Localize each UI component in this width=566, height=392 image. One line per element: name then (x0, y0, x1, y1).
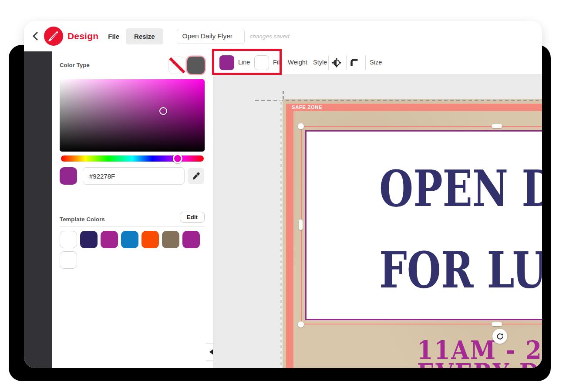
resize-handle-top-left[interactable] (298, 123, 304, 129)
template-swatch-orange[interactable] (142, 231, 159, 248)
resize-handle-bottom-left[interactable] (298, 321, 304, 328)
line-color-swatch[interactable] (219, 55, 234, 70)
rotate-handle[interactable] (492, 329, 507, 344)
template-swatch-white[interactable] (60, 231, 77, 248)
alignment-guide-horizontal (255, 100, 542, 101)
eyedropper-icon (192, 172, 200, 180)
resize-button[interactable]: Resize (126, 28, 163, 44)
template-swatch-purple[interactable] (182, 231, 200, 248)
template-color-row-2 (60, 251, 77, 269)
style-menu[interactable]: Style (313, 59, 327, 66)
line-label: Line (238, 59, 250, 66)
flyer-clipped-bottom-text[interactable]: EVERY D (417, 360, 540, 368)
color-panel: Color Type Template Colors Edit (52, 51, 213, 368)
template-swatch-navy[interactable] (80, 231, 98, 248)
file-menu[interactable]: File (108, 33, 119, 40)
template-swatch-magenta[interactable] (101, 231, 118, 248)
shape-toolbar: Line Fill Weight Style (214, 51, 542, 74)
current-color-swatch (60, 167, 77, 185)
flyer-headline-line2[interactable]: FOR LUN (379, 245, 542, 295)
saturation-value-picker[interactable] (60, 79, 205, 152)
top-bar: Design File Resize changes saved (24, 21, 542, 51)
eyedropper-button[interactable] (188, 168, 204, 184)
corner-style-icon[interactable] (350, 58, 359, 68)
fill-label: Fill (273, 59, 281, 66)
resize-handle-left[interactable] (299, 220, 303, 230)
flyer-headline-line1[interactable]: OPEN DA (379, 163, 542, 213)
size-menu[interactable]: Size (370, 59, 382, 66)
app-window: Design File Resize changes saved Color T… (24, 21, 542, 368)
tools-sidebar (24, 51, 52, 368)
divider (60, 226, 205, 227)
brand-logo-brush-icon[interactable] (44, 27, 63, 46)
template-swatch-blue[interactable] (121, 231, 138, 248)
resize-handle-bottom[interactable] (492, 322, 502, 326)
hue-slider-handle[interactable] (173, 154, 182, 163)
hex-color-input[interactable] (83, 167, 185, 185)
color-type-label: Color Type (60, 62, 90, 68)
safe-zone-label: SAFE ZONE (292, 105, 322, 110)
weight-menu[interactable]: Weight (288, 59, 307, 66)
toolbar-divider (346, 55, 347, 70)
collapse-arrow-icon (209, 349, 213, 355)
resize-handle-top[interactable] (492, 124, 502, 128)
document-title-input[interactable] (177, 29, 245, 44)
template-colors-label: Template Colors (60, 216, 105, 223)
template-color-row-1 (60, 231, 200, 248)
back-chevron-icon[interactable] (32, 32, 39, 41)
canvas-area[interactable]: Line Fill Weight Style (213, 51, 542, 368)
fill-color-swatch[interactable] (254, 55, 269, 70)
solid-color-button[interactable] (187, 57, 205, 74)
edit-template-colors-button[interactable]: Edit (180, 212, 205, 223)
stroke-align-icon[interactable] (332, 58, 341, 68)
alignment-guide-vertical-stub (283, 91, 284, 100)
template-swatch-taupe[interactable] (162, 231, 179, 248)
toolbar-divider (365, 55, 366, 70)
save-status: changes saved (250, 33, 290, 40)
flyer-document[interactable]: SAFE ZONE OPEN DA FOR LUN 11AM - 2P EVER… (283, 99, 542, 368)
toolbar-divider (328, 55, 329, 70)
no-color-button[interactable] (168, 57, 186, 74)
crop-guide-vertical (280, 99, 282, 368)
template-swatch-white-2[interactable] (60, 251, 77, 269)
app-name: Design (67, 31, 98, 41)
saturation-cursor[interactable] (159, 107, 167, 115)
rotate-icon (496, 333, 504, 340)
